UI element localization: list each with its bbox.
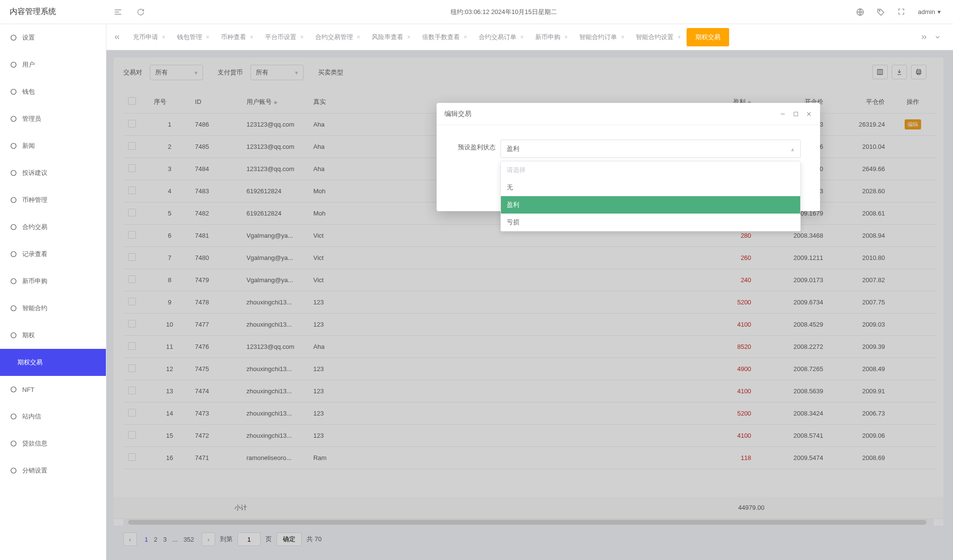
contract-icon: [10, 223, 17, 231]
close-icon[interactable]: ×: [407, 34, 411, 41]
tab-6[interactable]: 倍数手数查看×: [416, 28, 473, 46]
tabs-bar: 充币申请×钱包管理×币种查看×平台币设置×合约交易管理×风险率查看×倍数手数查看…: [106, 24, 953, 50]
tab-0[interactable]: 充币申请×: [127, 28, 171, 46]
sidebar-item-1[interactable]: 用户: [0, 51, 106, 78]
tab-3[interactable]: 平台币设置×: [259, 28, 309, 46]
sidebar-item-4[interactable]: 新闻: [0, 132, 106, 159]
dialog-profit-status-dropdown: 请选择 无 盈利 亏损: [500, 161, 801, 231]
dropdown-option-loss[interactable]: 亏损: [501, 214, 800, 231]
content: 交易对 所有 ▾ 支付货币 所有 ▾ 买卖类型: [106, 50, 953, 560]
user-menu[interactable]: admin ▾: [918, 8, 941, 15]
sidebar-item-8[interactable]: 记录查看: [0, 241, 106, 268]
sidebar-item-label: NFT: [22, 386, 34, 393]
sidebar-item-label: 期权交易: [17, 358, 43, 367]
tab-label: 钱包管理: [177, 33, 202, 42]
svg-point-6: [11, 144, 16, 149]
sidebar-item-label: 用户: [22, 60, 35, 69]
tab-5[interactable]: 风险率查看×: [366, 28, 416, 46]
tab-10[interactable]: 智能合约设置×: [630, 28, 687, 46]
sidebar-item-7[interactable]: 合约交易: [0, 214, 106, 241]
close-icon[interactable]: ×: [677, 34, 681, 41]
close-icon[interactable]: ×: [621, 34, 624, 41]
tab-label: 风险率查看: [372, 33, 403, 42]
sidebar-item-label: 贷款信息: [22, 439, 47, 448]
mail-icon: [10, 413, 17, 420]
sidebar-item-3[interactable]: 管理员: [0, 105, 106, 132]
header-datetime: 纽约:03:06:12 2024年10月15日星期二: [152, 8, 856, 16]
tabs-scroll-right-icon[interactable]: [921, 34, 932, 41]
svg-point-10: [11, 252, 16, 257]
tabs-scroll-left-icon[interactable]: [114, 34, 125, 41]
tab-9[interactable]: 智能合约订单×: [573, 28, 630, 46]
sidebar-item-5[interactable]: 投诉建议: [0, 159, 106, 187]
sidebar-item-label: 投诉建议: [22, 169, 47, 177]
smart-icon: [10, 304, 17, 312]
sidebar-item-12[interactable]: 期权交易: [0, 349, 106, 376]
sidebar-item-13[interactable]: NFT: [0, 376, 106, 403]
edit-dialog: 编辑交易 预设盈利状态 盈利 ▴ 请选择: [437, 103, 820, 211]
sidebar-item-6[interactable]: 币种管理: [0, 187, 106, 214]
sidebar-item-label: 分销设置: [22, 466, 47, 475]
svg-point-12: [11, 306, 16, 311]
sidebar-item-label: 管理员: [22, 115, 41, 123]
dist-icon: [10, 467, 17, 474]
refresh-icon[interactable]: [137, 8, 145, 16]
tab-label: 币种查看: [221, 33, 246, 42]
chevron-up-icon: ▴: [791, 145, 794, 153]
gear-icon: [10, 34, 17, 42]
language-icon[interactable]: [856, 8, 865, 16]
tab-label: 合约交易管理: [315, 33, 353, 42]
sidebar-item-label: 记录查看: [22, 250, 47, 258]
close-icon[interactable]: ×: [250, 34, 253, 41]
sidebar-item-15[interactable]: 贷款信息: [0, 430, 106, 457]
tabs-dropdown-icon[interactable]: [934, 34, 946, 41]
svg-point-8: [11, 198, 16, 203]
sidebar-item-2[interactable]: 钱包: [0, 78, 106, 105]
close-icon[interactable]: ×: [464, 34, 467, 41]
close-icon[interactable]: ×: [300, 34, 304, 41]
sidebar: 设置用户钱包管理员新闻投诉建议币种管理合约交易记录查看新币申购智能合约期权期权交…: [0, 24, 106, 560]
sidebar-item-label: 智能合约: [22, 304, 47, 313]
sidebar-item-10[interactable]: 智能合约: [0, 295, 106, 322]
svg-point-1: [879, 10, 880, 11]
user-icon: [10, 61, 17, 69]
tab-8[interactable]: 新币申购×: [529, 28, 573, 46]
tab-label: 期权交易: [695, 33, 720, 42]
wallet-icon: [10, 88, 17, 96]
svg-point-11: [11, 279, 16, 284]
close-icon[interactable]: ×: [520, 34, 524, 41]
tag-icon[interactable]: [877, 8, 885, 16]
option-icon: [10, 331, 17, 339]
dropdown-option-none[interactable]: 无: [501, 179, 800, 196]
dialog-close-icon[interactable]: [806, 111, 812, 117]
sidebar-item-label: 新币申购: [22, 277, 47, 286]
tab-7[interactable]: 合约交易订单×: [473, 28, 529, 46]
tab-label: 智能合约设置: [636, 33, 674, 42]
close-icon[interactable]: ×: [162, 34, 165, 41]
close-icon[interactable]: ×: [206, 34, 209, 41]
tab-2[interactable]: 币种查看×: [215, 28, 259, 46]
main: 充币申请×钱包管理×币种查看×平台币设置×合约交易管理×风险率查看×倍数手数查看…: [106, 24, 953, 560]
dialog-maximize-icon[interactable]: [793, 111, 799, 117]
dialog-profit-status-select[interactable]: 盈利 ▴: [500, 140, 801, 158]
sidebar-item-14[interactable]: 站内信: [0, 403, 106, 430]
close-icon[interactable]: ×: [564, 34, 568, 41]
close-icon[interactable]: ×: [357, 34, 360, 41]
collapse-sidebar-icon[interactable]: [114, 8, 122, 16]
dialog-minimize-icon[interactable]: [779, 111, 786, 117]
tab-1[interactable]: 钱包管理×: [171, 28, 215, 46]
fullscreen-icon[interactable]: [897, 8, 906, 16]
svg-point-14: [11, 387, 16, 392]
dialog-title: 编辑交易: [444, 110, 471, 118]
dropdown-option-placeholder[interactable]: 请选择: [501, 161, 800, 179]
coin-icon: [10, 196, 17, 204]
sidebar-item-9[interactable]: 新币申购: [0, 268, 106, 295]
sidebar-item-11[interactable]: 期权: [0, 322, 106, 349]
dropdown-option-profit[interactable]: 盈利: [501, 196, 800, 214]
user-name: admin: [918, 8, 935, 15]
sidebar-item-0[interactable]: 设置: [0, 24, 106, 51]
svg-point-13: [11, 333, 16, 338]
tab-4[interactable]: 合约交易管理×: [309, 28, 366, 46]
sidebar-item-16[interactable]: 分销设置: [0, 457, 106, 484]
tab-11[interactable]: 期权交易: [687, 28, 729, 46]
